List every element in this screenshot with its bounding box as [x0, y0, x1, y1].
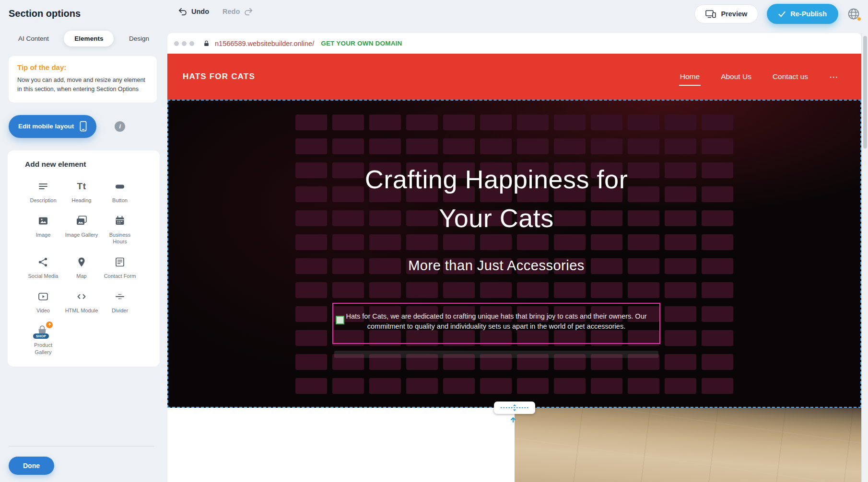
- language-globe-button[interactable]: [847, 7, 860, 21]
- hero-paragraph[interactable]: Hats for Cats, we are dedicated to craft…: [337, 311, 656, 332]
- browser-chrome: n1566589.websitebuilder.online/ GET YOUR…: [167, 33, 861, 54]
- add-element-product-gallery[interactable]: SHOP Product Gallery: [24, 324, 62, 356]
- hero-grid-cell: [665, 258, 696, 274]
- hero-grid-cell: [517, 138, 549, 154]
- hero-grid-cell: [369, 138, 401, 154]
- element-label: HTML Module: [65, 307, 98, 314]
- hero-grid-cell: [295, 138, 327, 154]
- hero-grid-cell: [702, 186, 733, 202]
- hero-grid-cell: [517, 378, 549, 394]
- hero-grid-cell: [702, 162, 733, 178]
- get-domain-link[interactable]: GET YOUR OWN DOMAIN: [321, 40, 402, 47]
- next-section-photo[interactable]: [515, 408, 861, 482]
- undo-button[interactable]: Undo: [178, 7, 209, 15]
- element-label: Divider: [112, 307, 128, 314]
- hero-grid-cell: [332, 138, 364, 154]
- site-logo[interactable]: HATS FOR CATS: [183, 72, 255, 81]
- hero-grid-cell: [369, 115, 401, 130]
- hero-section-selected[interactable]: Crafting Happiness for Your Cats More th…: [167, 100, 861, 408]
- add-element-social-media[interactable]: Social Media: [24, 255, 62, 280]
- add-element-divider[interactable]: Divider: [101, 289, 139, 314]
- hero-grid-cell: [295, 234, 327, 250]
- republish-button[interactable]: Re-Publish: [767, 4, 838, 24]
- add-element-heading[interactable]: Tt Heading: [62, 179, 101, 204]
- element-label: Contact Form: [104, 273, 136, 280]
- hero-grid-cell: [665, 354, 696, 370]
- add-element-contact-form[interactable]: Contact Form: [101, 255, 139, 280]
- add-element-html-module[interactable]: HTML Module: [62, 289, 101, 314]
- upgrade-badge-icon: [46, 321, 53, 328]
- collapse-section-arrow[interactable]: [509, 416, 517, 423]
- hero-grid-cell: [702, 306, 733, 322]
- hero-grid-cell: [628, 115, 659, 130]
- nav-about-us[interactable]: About Us: [721, 72, 751, 81]
- element-label: Image Gallery: [65, 231, 98, 239]
- next-section-background: [167, 408, 515, 482]
- add-element-image-gallery[interactable]: Image Gallery: [62, 214, 101, 246]
- preview-button[interactable]: Preview: [694, 4, 758, 23]
- add-element-video[interactable]: Video: [24, 289, 62, 314]
- add-element-title: Add new element: [25, 160, 156, 169]
- site-nav: Home About Us Contact us ⋯: [680, 71, 839, 82]
- text-element-selected[interactable]: Hats for Cats, we are dedicated to craft…: [332, 303, 660, 344]
- section-resize-handle[interactable]: [494, 402, 535, 414]
- scrollbar-thumb[interactable]: [863, 36, 867, 149]
- nav-contact-us[interactable]: Contact us: [773, 72, 808, 81]
- add-element-business-hours[interactable]: Business Hours: [101, 214, 139, 246]
- hero-grid-cell: [443, 378, 475, 394]
- hero-subheading[interactable]: More than Just Accessories: [328, 258, 664, 274]
- redo-button[interactable]: Redo: [223, 7, 253, 15]
- page-title: Section options: [9, 8, 81, 19]
- element-label: Video: [36, 307, 50, 314]
- tab-design[interactable]: Design: [124, 31, 154, 46]
- hero-grid-cell: [665, 186, 696, 202]
- hero-heading[interactable]: Crafting Happiness for Your Cats: [343, 160, 650, 238]
- element-label: Image: [36, 231, 51, 239]
- hero-grid-cell: [480, 378, 512, 394]
- add-element-description[interactable]: Description: [24, 179, 62, 204]
- hero-grid-cell: [443, 138, 475, 154]
- tab-elements[interactable]: Elements: [64, 31, 114, 46]
- site-url[interactable]: n1566589.websitebuilder.online/: [215, 40, 314, 47]
- topbar: Section options Undo Redo Preview Re-Pub…: [0, 0, 868, 28]
- hero-grid-cell: [369, 282, 401, 298]
- hero-grid-cell: [406, 115, 438, 130]
- element-label: Business Hours: [103, 231, 137, 246]
- add-element-button[interactable]: Button: [101, 179, 139, 204]
- undo-icon: [178, 7, 188, 15]
- shop-badge: SHOP: [33, 333, 49, 339]
- hero-grid-cell: [702, 210, 733, 226]
- hero-grid-cell: [443, 115, 475, 130]
- hero-grid-cell: [665, 378, 696, 394]
- hero-grid-cell: [554, 282, 586, 298]
- hero-grid-cell: [665, 115, 696, 130]
- edit-mobile-layout-button[interactable]: Edit mobile layout: [9, 115, 96, 138]
- divider-icon: [114, 289, 126, 304]
- nav-home[interactable]: Home: [680, 72, 700, 81]
- hero-grid-cell: [702, 115, 733, 130]
- hero-grid-cell: [406, 138, 438, 154]
- tab-ai-content[interactable]: AI Content: [13, 31, 54, 46]
- add-element-image[interactable]: Image: [24, 214, 62, 246]
- hero-grid-cell: [332, 282, 364, 298]
- hero-grid-cell: [295, 330, 327, 346]
- notification-dot: [857, 17, 861, 21]
- site-header[interactable]: HATS FOR CATS Home About Us Contact us ⋯: [167, 54, 861, 100]
- element-drag-handle[interactable]: [336, 316, 344, 324]
- heading-icon: Tt: [77, 179, 86, 194]
- hero-grid-cell: [369, 378, 401, 394]
- hero-grid-cell: [702, 378, 733, 394]
- info-icon[interactable]: i: [115, 121, 125, 132]
- nav-more-icon[interactable]: ⋯: [829, 71, 839, 82]
- lock-icon: [203, 40, 210, 47]
- hero-grid-cell: [443, 282, 475, 298]
- element-label: Social Media: [28, 273, 59, 280]
- sidebar-divider: [9, 446, 154, 447]
- add-element-map[interactable]: Map: [62, 255, 101, 280]
- done-button[interactable]: Done: [9, 457, 54, 475]
- undo-label: Undo: [191, 8, 209, 15]
- hero-grid-cell: [665, 138, 696, 154]
- hero-grid-cell: [295, 306, 327, 322]
- hero-grid-cell: [295, 210, 327, 226]
- hero-grid-cell: [295, 282, 327, 298]
